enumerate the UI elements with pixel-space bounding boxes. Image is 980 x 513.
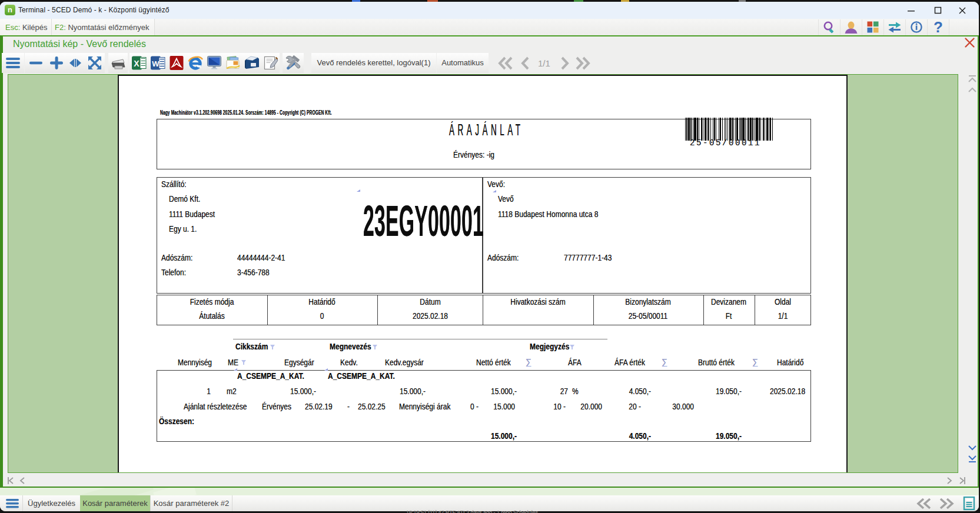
svg-text:X: X — [134, 59, 139, 68]
svg-text:?: ? — [934, 19, 943, 35]
svg-text:W: W — [152, 59, 160, 68]
